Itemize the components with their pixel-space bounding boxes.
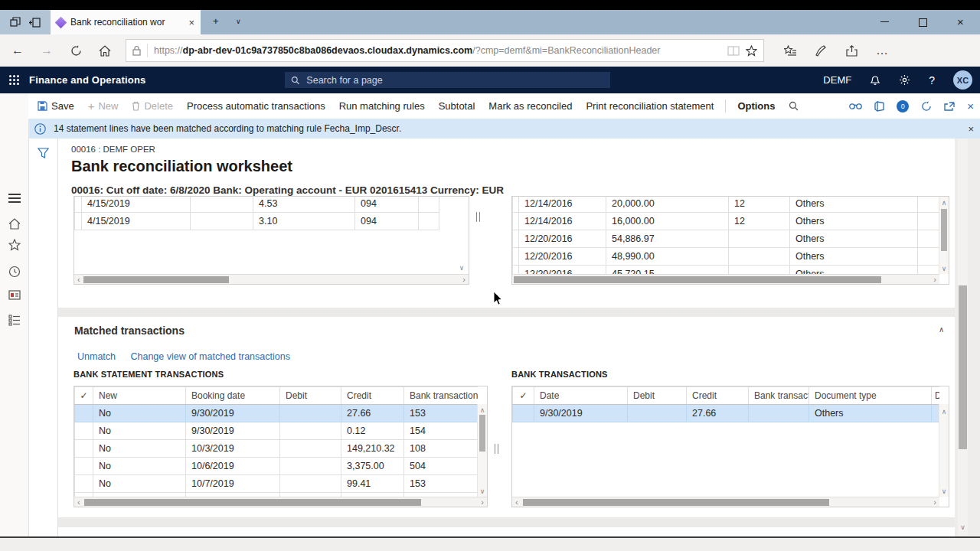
bank-line-row[interactable]: 12/20/201645,720.15Others: [513, 266, 940, 275]
message-close-icon[interactable]: ×: [968, 123, 974, 135]
bank-line-row[interactable]: 12/14/201616,000.0012Others: [513, 213, 940, 230]
run-matching-rules-button[interactable]: Run matching rules: [339, 100, 425, 112]
hscroll-thumb[interactable]: [83, 276, 229, 283]
matched-statement-row[interactable]: No9/30/20190.12154: [75, 422, 479, 440]
set-tabs-aside-icon[interactable]: [29, 18, 41, 28]
tab-list-chevron-icon[interactable]: ∨: [236, 18, 241, 25]
url-field[interactable]: https://dp-abr-dev-01c9a737850c8ba086dev…: [126, 39, 764, 62]
process-automatic-transactions-button[interactable]: Process automatic transactions: [187, 100, 325, 112]
matched-statement-hscrollbar[interactable]: ‹ ›: [74, 497, 487, 507]
view-related-glasses-icon[interactable]: [849, 103, 862, 109]
page-scroll-down-icon[interactable]: ∨: [958, 523, 968, 531]
share-icon[interactable]: [836, 45, 867, 57]
filter-funnel-icon[interactable]: [38, 148, 49, 158]
grid-splitter[interactable]: [476, 212, 480, 222]
vscroll-thumb[interactable]: [479, 415, 485, 452]
recent-clock-icon[interactable]: [0, 266, 28, 278]
scroll-up-icon[interactable]: ∧: [939, 199, 949, 207]
page-search-box[interactable]: [285, 72, 610, 88]
print-reconciliation-statement-button[interactable]: Print reconciliation statement: [586, 100, 714, 112]
statement-line-row[interactable]: 4/15/20194.53094: [75, 197, 439, 213]
open-in-office-icon[interactable]: [874, 101, 884, 112]
column-header[interactable]: Document type: [809, 387, 932, 405]
select-all-checkmark[interactable]: ✓: [513, 387, 534, 405]
page-search-input[interactable]: [305, 74, 604, 86]
web-note-pen-icon[interactable]: [805, 45, 836, 57]
forward-button[interactable]: →: [32, 44, 61, 57]
open-in-new-window-icon[interactable]: [944, 102, 955, 111]
refresh-button[interactable]: [61, 45, 90, 57]
modules-icon[interactable]: [0, 315, 28, 326]
matched-statement-row[interactable]: No10/3/2019149,210.32108: [75, 440, 479, 458]
bank-lines-hscrollbar[interactable]: ›: [512, 274, 939, 284]
action-search-icon[interactable]: [789, 101, 799, 111]
column-header[interactable]: Date: [534, 387, 628, 405]
matched-transactions-header[interactable]: Matched transactions: [74, 324, 185, 337]
bank-line-row[interactable]: 12/14/201620,000.0012Others: [513, 197, 940, 213]
grid-scroll-down-icon[interactable]: ∨: [457, 264, 466, 272]
reading-view-icon[interactable]: [727, 46, 740, 56]
new-tab-button[interactable]: +: [213, 15, 219, 27]
options-menu-button[interactable]: Options: [737, 100, 775, 112]
scroll-down-icon[interactable]: ∨: [939, 265, 949, 272]
scroll-down-icon[interactable]: ∨: [939, 487, 949, 495]
alerts-bell-icon[interactable]: [861, 74, 890, 86]
scroll-down-icon[interactable]: ∨: [478, 487, 487, 495]
window-restore-button[interactable]: [919, 18, 927, 27]
bank-lines-vscrollbar[interactable]: ∧ ∨: [939, 197, 949, 274]
window-minimize-button[interactable]: [880, 21, 889, 22]
close-form-icon[interactable]: ×: [967, 99, 974, 112]
select-all-checkmark[interactable]: ✓: [75, 387, 93, 405]
bank-line-row[interactable]: 12/20/201648,990.00Others: [513, 248, 940, 266]
settings-gear-icon[interactable]: [890, 74, 920, 86]
page-vscroll-thumb[interactable]: [959, 285, 967, 449]
column-header[interactable]: Credit: [341, 387, 404, 405]
home-nav-icon[interactable]: [0, 218, 28, 230]
column-header[interactable]: Debit: [628, 387, 687, 405]
delete-button[interactable]: Delete: [132, 100, 173, 112]
grid-splitter[interactable]: [495, 444, 498, 454]
help-icon[interactable]: ?: [920, 74, 944, 86]
company-picker[interactable]: DEMF: [814, 74, 861, 86]
matched-bank-vscrollbar[interactable]: ∧ ∨: [939, 404, 949, 497]
attachments-count-badge[interactable]: 0: [897, 100, 909, 112]
hscroll-thumb[interactable]: [514, 276, 881, 283]
column-header[interactable]: Debit: [280, 387, 341, 405]
column-header[interactable]: Bank transactio...: [749, 387, 809, 405]
bank-line-row[interactable]: 12/20/201654,886.97Others: [513, 230, 940, 248]
refresh-form-icon[interactable]: [921, 101, 932, 112]
office-waffle-icon[interactable]: [9, 75, 19, 85]
add-favorite-star-icon[interactable]: [746, 45, 757, 57]
back-button[interactable]: ←: [3, 44, 32, 57]
tab-preview-icon[interactable]: [10, 17, 21, 28]
column-header[interactable]: Credit: [687, 387, 749, 405]
matched-statement-row[interactable]: No10/7/201999.41153: [75, 475, 479, 493]
column-header[interactable]: Booking date: [186, 387, 280, 405]
favorites-star-icon[interactable]: [0, 239, 28, 251]
save-button[interactable]: Save: [38, 100, 74, 112]
window-close-button[interactable]: ×: [957, 15, 964, 28]
scroll-up-icon[interactable]: ∧: [478, 406, 487, 414]
statement-lines-hscrollbar[interactable]: ‹ ›: [74, 274, 469, 284]
collapse-section-icon[interactable]: ∧: [939, 325, 944, 334]
mark-as-reconciled-button[interactable]: Mark as reconciled: [488, 100, 572, 112]
statement-line-row[interactable]: 4/15/20193.10094: [75, 213, 439, 230]
tab-close-icon[interactable]: ×: [188, 17, 194, 28]
new-button[interactable]: + New: [88, 99, 119, 112]
scroll-up-icon[interactable]: ∧: [939, 408, 949, 416]
column-header[interactable]: Bank transaction code: [404, 387, 479, 405]
account-avatar[interactable]: XC: [944, 70, 980, 90]
change-view-link[interactable]: Change view of matched transactions: [130, 351, 289, 362]
matched-statement-vscrollbar[interactable]: ∧ ∨: [477, 404, 487, 497]
browser-menu-icon[interactable]: …: [867, 44, 897, 57]
unmatch-link[interactable]: Unmatch: [77, 351, 116, 362]
favorites-hub-icon[interactable]: [775, 45, 805, 57]
browser-tab[interactable]: Bank reconciliation wor ×: [51, 10, 201, 34]
matched-bank-row[interactable]: 9/30/201927.66Others: [513, 405, 940, 422]
app-name[interactable]: Finance and Operations: [29, 74, 146, 86]
page-vscrollbar[interactable]: ∨: [958, 139, 968, 536]
hscroll-thumb[interactable]: [523, 499, 829, 506]
column-header[interactable]: New: [93, 387, 186, 405]
subtotal-button[interactable]: Subtotal: [439, 100, 475, 112]
matched-bank-hscrollbar[interactable]: ‹ ›: [512, 497, 939, 507]
